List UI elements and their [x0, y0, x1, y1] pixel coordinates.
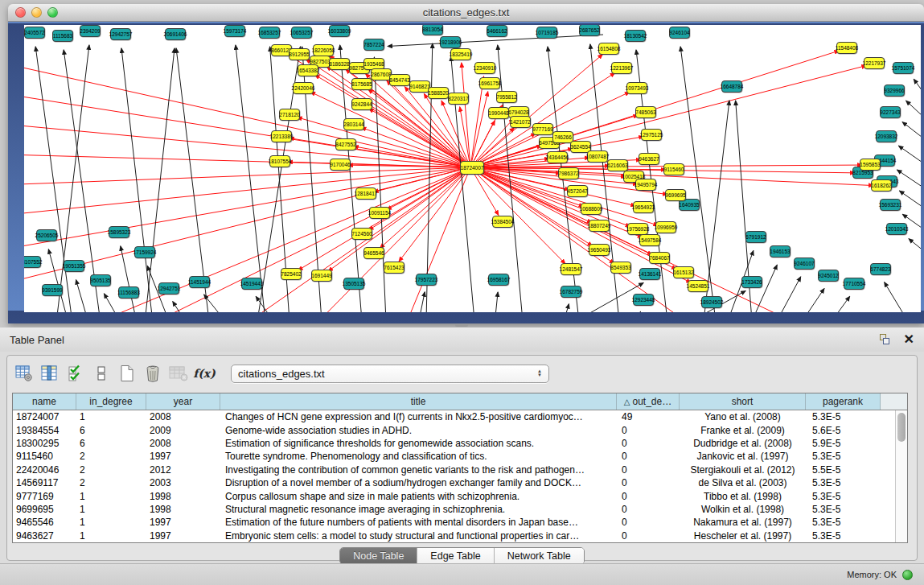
column-header-in_degree[interactable]: in_degree	[76, 393, 146, 410]
show-columns-icon[interactable]	[39, 363, 60, 384]
create-new-column-icon[interactable]	[117, 363, 138, 384]
tab-network-table[interactable]: Network Table	[495, 548, 584, 564]
graph-node[interactable]: 11156883	[118, 286, 139, 299]
graph-node[interactable]: 15497584	[639, 234, 660, 246]
graph-node[interactable]: 15973174	[224, 25, 245, 37]
graph-node[interactable]: 13505135	[343, 278, 364, 290]
tab-edge-table[interactable]: Edge Table	[417, 548, 494, 564]
table-mode-icon[interactable]	[14, 363, 35, 384]
graph-node[interactable]: 17957223	[416, 274, 437, 286]
column-header-year[interactable]: year	[146, 393, 220, 410]
graph-node[interactable]: 8427552	[335, 138, 356, 150]
graph-node[interactable]: 12975125	[641, 129, 662, 141]
graph-node[interactable]: 1733426	[741, 276, 762, 288]
close-panel-icon[interactable]: ✕	[904, 333, 914, 346]
graph-node[interactable]: 1595853	[860, 159, 881, 171]
graph-node[interactable]: 16782759	[561, 286, 581, 298]
graph-node[interactable]: 2405572	[24, 27, 45, 39]
graph-node[interactable]: 1691449	[311, 270, 332, 282]
graph-node[interactable]: 8454743	[389, 74, 410, 86]
graph-node[interactable]: 9245012	[818, 270, 839, 282]
graph-node[interactable]: 14519443	[241, 278, 262, 290]
graph-node[interactable]: 2718120	[279, 109, 300, 121]
graph-node[interactable]: 8175685	[351, 78, 372, 90]
graph-node[interactable]: 18325419	[450, 48, 471, 60]
select-all-columns-icon[interactable]	[65, 363, 86, 384]
table-row[interactable]: 969969511998Structural magnetic resonanc…	[13, 503, 907, 516]
table-row[interactable]: 1830029562008Estimation of significance …	[13, 437, 907, 450]
graph-node[interactable]: 12340910	[474, 62, 495, 74]
graph-node[interactable]: 16543382	[298, 64, 318, 76]
graph-node[interactable]: 10719185	[536, 27, 557, 39]
table-scrollbar-thumb[interactable]	[897, 413, 906, 442]
graph-node[interactable]: 1990448	[488, 107, 509, 119]
graph-node[interactable]: 19756928	[627, 223, 648, 235]
tab-node-table[interactable]: Node Table	[340, 548, 417, 564]
graph-node[interactable]: 16961758	[479, 77, 500, 89]
graph-node[interactable]: 9391599	[42, 284, 63, 296]
graph-node[interactable]: 9329966	[884, 84, 905, 97]
graph-node[interactable]: 25206505	[36, 229, 57, 241]
graph-node[interactable]: 10653257	[291, 27, 312, 39]
graph-node[interactable]: 14136141	[639, 268, 660, 280]
graph-node[interactable]: 6216063	[607, 159, 628, 171]
graph-node[interactable]: 19051355	[64, 260, 84, 272]
graph-node[interactable]: 19218906	[440, 36, 461, 48]
graph-node[interactable]: 9170046	[330, 159, 351, 171]
graph-node[interactable]: 18107552	[24, 256, 41, 268]
graph-node[interactable]: 9505135	[90, 274, 111, 286]
table-row[interactable]: 1872400712008Changes of HCN gene express…	[13, 410, 907, 423]
table-row[interactable]: 946362711997Embryonic stem cells: a mode…	[13, 529, 907, 542]
graph-node[interactable]: 8912955	[289, 48, 310, 60]
table-row[interactable]: 911546021997Tourette syndrome. Phenomeno…	[13, 450, 907, 463]
graph-node[interactable]: 10091154	[369, 207, 390, 219]
graph-node[interactable]: 15751074	[893, 62, 914, 74]
graph-node[interactable]: 15384504	[492, 216, 513, 228]
graph-node[interactable]: 10996959	[655, 221, 676, 233]
graph-node[interactable]: 12213389	[271, 130, 292, 142]
graph-node[interactable]: 1421072	[510, 116, 531, 128]
table-scrollbar[interactable]	[895, 410, 907, 542]
graph-node[interactable]: 18807249	[589, 220, 610, 232]
graph-node[interactable]: 11451944	[189, 276, 210, 288]
graph-node[interactable]: 8186328	[329, 58, 350, 70]
graph-node[interactable]: 7955812	[496, 91, 517, 103]
graph-node[interactable]: 12213967	[611, 62, 632, 74]
graph-node[interactable]: 9246107	[794, 257, 815, 270]
graph-node[interactable]: 6791912	[745, 231, 766, 243]
column-header-title[interactable]: title	[220, 393, 617, 410]
graph-node[interactable]: 14524851	[688, 280, 708, 292]
float-panel-icon[interactable]	[878, 333, 893, 346]
graph-node[interactable]: 1115683	[52, 30, 73, 42]
graph-node[interactable]: 17159924	[134, 246, 155, 258]
graph-node[interactable]: 11548408	[836, 42, 857, 54]
window-titlebar[interactable]: citations_edges.txt	[8, 4, 924, 22]
graph-node[interactable]: 2394209	[80, 25, 101, 37]
graph-node[interactable]: 7124560	[351, 228, 372, 240]
graph-node[interactable]: 18724007	[460, 161, 484, 175]
graph-node[interactable]: 7684067	[649, 252, 670, 264]
table-select-dropdown[interactable]: citations_edges.txt ▲▼	[231, 365, 549, 383]
graph-node[interactable]: 18107554	[269, 155, 290, 167]
table-row[interactable]: 1456911722003Disruption of a novel membe…	[13, 476, 907, 489]
graph-node[interactable]: 12942751	[158, 282, 179, 295]
graph-node[interactable]: 16853257	[259, 27, 280, 39]
graph-node[interactable]: 4572047	[567, 185, 588, 197]
graph-node[interactable]: 7986372	[558, 167, 579, 179]
graph-node[interactable]: 9246104	[669, 27, 690, 39]
table-row[interactable]: 946554611997Estimation of the future num…	[13, 516, 907, 529]
column-header-name[interactable]: name	[13, 393, 76, 410]
graph-node[interactable]: 9227343	[880, 106, 901, 118]
delete-columns-icon[interactable]	[142, 363, 163, 384]
panel-resize-grip[interactable]	[455, 323, 468, 327]
unselect-all-columns-icon[interactable]	[91, 363, 112, 384]
graph-node[interactable]: 16648784	[721, 80, 742, 93]
graph-node[interactable]: 19654923	[633, 201, 654, 213]
graph-node[interactable]: 12217937	[864, 57, 885, 69]
graph-node[interactable]: 7485063	[635, 106, 656, 118]
graph-node[interactable]: 18130542	[625, 30, 646, 42]
table-row[interactable]: 2242004622012Investigating the contribut…	[13, 463, 907, 476]
graph-node[interactable]: 7825402	[281, 268, 302, 280]
graph-node[interactable]: 22420046	[293, 82, 314, 94]
graph-node[interactable]: 12942757	[110, 28, 131, 40]
